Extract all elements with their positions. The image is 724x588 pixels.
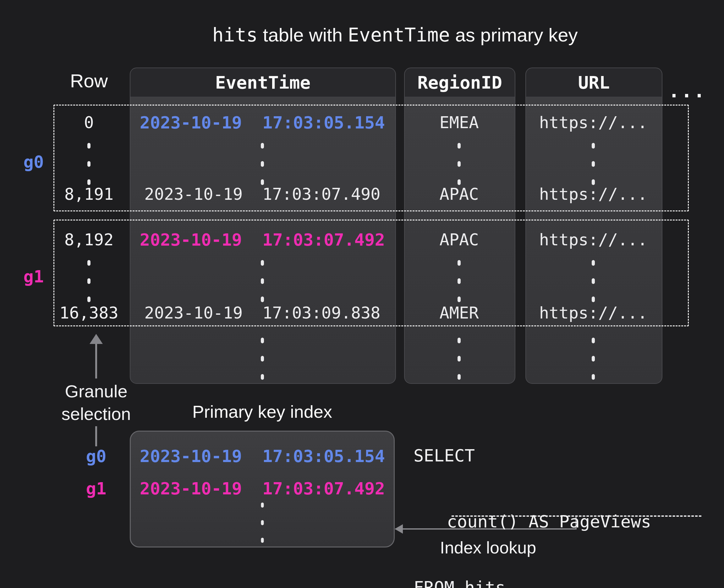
sql-line-select: SELECT	[414, 445, 692, 467]
row-number: 8,192	[64, 230, 114, 249]
dot	[87, 180, 90, 185]
event-time-value: 2023-10-19 17:03:09.838	[144, 303, 380, 322]
dot	[87, 278, 90, 284]
dot	[457, 278, 461, 284]
dot	[261, 278, 264, 284]
url-value: https://...	[539, 303, 647, 322]
dot	[592, 296, 595, 302]
more-columns-ellipsis: ...	[668, 80, 706, 102]
index-lookup-arrowhead	[395, 524, 403, 534]
dot	[261, 338, 264, 343]
granule-selection-arrow-shaft-upper	[95, 344, 97, 378]
region-id-value: AMER	[439, 303, 479, 322]
region-id-value: APAC	[439, 185, 479, 204]
sql-line-count: count() AS PageViews	[414, 511, 692, 533]
index-entry-value-g0: 2023-10-19 17:03:05.154	[140, 446, 385, 466]
dot	[261, 260, 264, 266]
dot	[592, 374, 595, 380]
vertical-ellipsis	[592, 143, 595, 185]
vertical-ellipsis	[87, 143, 90, 185]
title-code-hits: hits	[212, 24, 258, 46]
dot	[87, 143, 90, 149]
dot	[457, 161, 461, 167]
dot	[261, 374, 264, 380]
vertical-ellipsis	[87, 260, 90, 302]
title-code-eventtime: EventTime	[348, 24, 450, 46]
index-entry-label-g1: g1	[86, 479, 106, 499]
column-header-regionid: RegionID	[405, 68, 515, 97]
diagram-title: hits table with EventTime as primary key	[0, 24, 724, 46]
vertical-ellipsis	[261, 143, 264, 185]
dot	[261, 356, 264, 361]
vertical-ellipsis	[457, 260, 461, 302]
granule-selection-arrow-shaft-lower	[95, 426, 97, 446]
url-value: https://...	[539, 185, 647, 204]
dot	[592, 180, 595, 185]
sql-query: SELECT count() AS PageViews FROM hits WH…	[414, 401, 692, 588]
dot	[592, 338, 595, 343]
diagram-canvas: hits table with EventTime as primary key…	[0, 0, 724, 588]
dot	[457, 143, 461, 149]
title-text-mid: table with	[258, 24, 348, 45]
dot	[457, 180, 461, 185]
dot	[87, 296, 90, 302]
region-id-value: APAC	[439, 230, 479, 249]
dot	[457, 338, 461, 343]
vertical-ellipsis	[457, 143, 461, 185]
dot	[457, 356, 461, 361]
dot	[457, 296, 461, 302]
granule-selection-arrowhead	[89, 334, 103, 344]
dot	[87, 260, 90, 266]
event-time-value: 2023-10-19 17:03:07.492	[140, 230, 385, 250]
dot	[261, 161, 264, 167]
row-number: 8,191	[64, 185, 114, 204]
dot	[261, 296, 264, 302]
dot	[592, 143, 595, 149]
index-entry-value-g1: 2023-10-19 17:03:07.492	[140, 479, 385, 499]
column-header-url: URL	[526, 68, 662, 97]
vertical-ellipsis	[592, 338, 595, 380]
dot	[592, 161, 595, 167]
dot	[261, 520, 264, 525]
url-value: https://...	[539, 230, 647, 249]
vertical-ellipsis	[592, 260, 595, 302]
vertical-ellipsis	[261, 260, 264, 302]
title-text-post: as primary key	[450, 24, 578, 45]
where-condition-underline	[452, 516, 701, 517]
dot	[261, 180, 264, 185]
vertical-ellipsis	[261, 338, 264, 380]
dot	[592, 356, 595, 361]
dot	[592, 260, 595, 266]
event-time-value: 2023-10-19 17:03:07.490	[144, 185, 380, 204]
index-entry-label-g0: g0	[86, 446, 106, 466]
row-number: 16,383	[59, 303, 119, 322]
sql-line-from: FROM hits	[414, 577, 692, 588]
granule-0-label: g0	[23, 152, 44, 172]
dot	[457, 374, 461, 380]
event-time-value: 2023-10-19 17:03:05.154	[140, 113, 385, 132]
dot	[87, 161, 90, 167]
granule-1-label: g1	[23, 267, 44, 287]
dot	[592, 278, 595, 284]
column-header-eventtime: EventTime	[130, 68, 395, 97]
dot	[261, 538, 264, 543]
row-column-header: Row	[70, 70, 108, 92]
url-value: https://...	[539, 113, 647, 132]
primary-key-index-title: Primary key index	[130, 401, 395, 422]
granule-selection-label-line1: Granule	[33, 381, 159, 401]
row-number: 0	[84, 113, 94, 132]
vertical-ellipsis	[457, 338, 461, 380]
dot	[261, 143, 264, 149]
dot	[261, 503, 264, 508]
vertical-ellipsis	[261, 503, 264, 543]
region-id-value: EMEA	[439, 113, 479, 132]
dot	[457, 260, 461, 266]
